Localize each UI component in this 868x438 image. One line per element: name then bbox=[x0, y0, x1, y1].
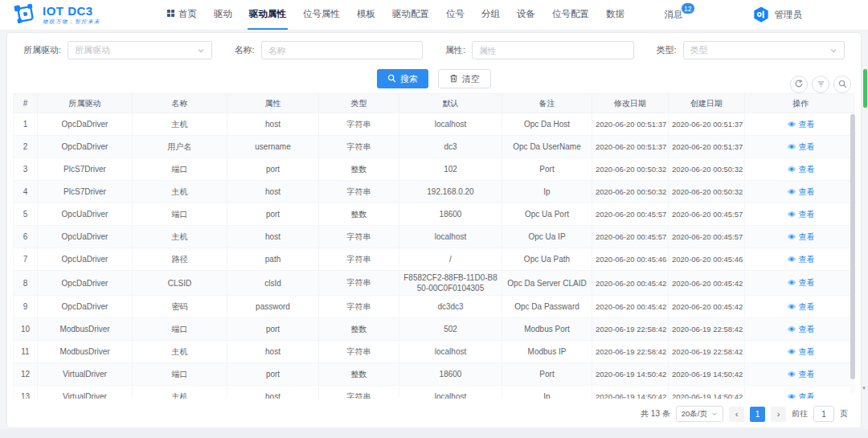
nav-item-label: 位号属性 bbox=[303, 8, 340, 20]
table-cell: port bbox=[227, 363, 319, 386]
driver-select[interactable]: 所属驱动 bbox=[68, 41, 211, 59]
nav-item[interactable]: 位号 bbox=[444, 0, 466, 30]
attribute-input[interactable] bbox=[472, 41, 633, 59]
table-cell: 2020-06-19 22:58:42 bbox=[669, 318, 745, 341]
user-menu[interactable]: 管理员 bbox=[752, 6, 803, 25]
table-scrollbar-thumb[interactable] bbox=[850, 114, 855, 379]
table-cell: 18600 bbox=[399, 363, 502, 386]
view-link[interactable]: 查看 bbox=[745, 248, 856, 271]
page-jump-input[interactable]: 1 bbox=[813, 406, 834, 422]
brand-tagline: 物联万物，智控未来 bbox=[43, 18, 100, 26]
nav-item[interactable]: 模板 bbox=[355, 0, 377, 30]
table-cell: 整数 bbox=[319, 363, 399, 386]
nav-item-label: 位号配置 bbox=[552, 8, 589, 20]
view-link[interactable]: 查看 bbox=[745, 203, 856, 226]
table-cell: 2020-06-20 00:51:37 bbox=[592, 136, 669, 158]
filter-name: 名称: bbox=[223, 41, 435, 59]
table-cell: F8582CF2-88FB-11D0-B850-00C0F0104305 bbox=[399, 271, 502, 296]
refresh-button[interactable] bbox=[790, 76, 808, 93]
table-cell: Port bbox=[502, 158, 592, 181]
table-cell: 2020-06-20 00:51:37 bbox=[592, 113, 669, 136]
view-link[interactable]: 查看 bbox=[745, 136, 856, 158]
eye-icon bbox=[787, 255, 799, 264]
view-link[interactable]: 查看 bbox=[745, 363, 856, 386]
nav-item[interactable]: 驱动配置 bbox=[391, 0, 431, 30]
main-nav: 首页驱动驱动属性位号属性模板驱动配置位号分组设备位号配置数据 bbox=[165, 0, 626, 30]
table-cell: 2020-06-20 00:51:37 bbox=[669, 136, 745, 158]
table-cell: 2020-06-20 00:45:57 bbox=[592, 226, 669, 248]
view-link[interactable]: 查看 bbox=[745, 271, 856, 296]
table-cell: 主机 bbox=[133, 226, 227, 248]
chevron-down-icon bbox=[711, 410, 718, 419]
nav-item[interactable]: 位号配置 bbox=[551, 0, 591, 30]
column-filter-button[interactable] bbox=[812, 76, 829, 93]
attribute-label: 属性: bbox=[445, 44, 465, 56]
table-cell: 字符串 bbox=[319, 181, 399, 203]
nav-item[interactable]: 驱动 bbox=[212, 0, 234, 30]
table-cell: Opc Ua Path bbox=[502, 248, 592, 271]
nav-item[interactable]: 数据 bbox=[604, 0, 626, 30]
page-number-button[interactable]: 1 bbox=[750, 407, 765, 422]
view-link-label: 查看 bbox=[799, 302, 815, 311]
table-cell: 整数 bbox=[319, 158, 399, 181]
nav-item[interactable]: 首页 bbox=[165, 0, 199, 30]
view-link-label: 查看 bbox=[799, 255, 815, 264]
table-cell: 2020-06-20 00:50:32 bbox=[669, 158, 745, 181]
page-scrollbar-thumb[interactable] bbox=[863, 69, 867, 108]
topbar: IOT DC3 物联万物，智控未来 首页驱动驱动属性位号属性模板驱动配置位号分组… bbox=[0, 0, 868, 31]
view-link[interactable]: 查看 bbox=[745, 318, 856, 341]
table-cell: 字符串 bbox=[319, 296, 399, 318]
view-link[interactable]: 查看 bbox=[745, 158, 856, 181]
clear-button[interactable]: 清空 bbox=[438, 69, 491, 88]
table-cell: 2020-06-19 14:50:42 bbox=[592, 363, 669, 386]
table-header-row: #所属驱动名称属性类型默认备注修改日期创建日期操作 bbox=[14, 94, 856, 113]
eye-icon bbox=[787, 392, 799, 399]
page-scrollbar-arrow-icon[interactable]: ▼ bbox=[862, 386, 866, 391]
table-cell: 2020-06-20 00:45:57 bbox=[669, 226, 745, 248]
table-cell: clsId bbox=[227, 271, 319, 296]
search-toggle-button[interactable] bbox=[833, 76, 851, 93]
table-cell: 主机 bbox=[133, 386, 227, 399]
table-row: 3PlcS7Driver端口port整数102Port2020-06-20 00… bbox=[14, 158, 856, 181]
view-link[interactable]: 查看 bbox=[745, 113, 856, 136]
table-cell: 11 bbox=[14, 341, 38, 363]
view-link[interactable]: 查看 bbox=[745, 296, 856, 318]
eye-icon bbox=[787, 370, 799, 379]
data-table: #所属驱动名称属性类型默认备注修改日期创建日期操作 1OpcDaDriver主机… bbox=[13, 93, 855, 399]
search-button[interactable]: 搜索 bbox=[377, 69, 428, 88]
table-cell: 4 bbox=[14, 181, 38, 203]
nav-item[interactable]: 位号属性 bbox=[301, 0, 342, 30]
page-size-select[interactable]: 20条/页 bbox=[676, 406, 723, 422]
table-scrollbar[interactable] bbox=[850, 114, 855, 394]
nav-item[interactable]: 设备 bbox=[515, 0, 537, 30]
nav-item-label: 驱动配置 bbox=[392, 8, 429, 20]
table-cell: 9 bbox=[14, 296, 38, 318]
table-cell: 2020-06-19 22:58:42 bbox=[669, 341, 745, 363]
name-input[interactable] bbox=[261, 41, 423, 59]
column-header: 操作 bbox=[745, 94, 856, 113]
filter-driver: 所属驱动: 所属驱动 bbox=[12, 41, 223, 59]
view-link[interactable]: 查看 bbox=[745, 226, 856, 248]
table-cell: 端口 bbox=[133, 318, 227, 341]
table-row: 5OpcUaDriver端口port整数18600Opc Ua Port2020… bbox=[14, 203, 856, 226]
table-cell: OpcDaDriver bbox=[38, 296, 133, 318]
messages-button[interactable]: 消息 12 bbox=[665, 9, 683, 21]
type-select[interactable]: 类型 bbox=[683, 41, 845, 59]
next-page-button[interactable]: › bbox=[771, 407, 786, 422]
search-icon bbox=[838, 77, 847, 92]
table-cell: Opc Da Host bbox=[502, 113, 592, 136]
name-label: 名称: bbox=[235, 44, 255, 56]
prev-page-button[interactable]: ‹ bbox=[729, 407, 744, 422]
table-cell: 整数 bbox=[319, 318, 399, 341]
brand-logo[interactable]: IOT DC3 物联万物，智控未来 bbox=[13, 2, 100, 29]
user-avatar-icon bbox=[752, 6, 770, 25]
table-row: 2OpcDaDriver用户名username字符串dc3Opc Da User… bbox=[14, 136, 856, 158]
table-cell: 2020-06-20 00:50:32 bbox=[669, 181, 745, 203]
nav-item[interactable]: 驱动属性 bbox=[248, 0, 288, 30]
view-link[interactable]: 查看 bbox=[745, 386, 856, 399]
jump-label: 前往 bbox=[792, 408, 808, 420]
view-link[interactable]: 查看 bbox=[745, 181, 856, 203]
nav-item[interactable]: 分组 bbox=[480, 0, 502, 30]
table-cell: OpcDaDriver bbox=[38, 113, 133, 136]
view-link[interactable]: 查看 bbox=[745, 341, 856, 363]
